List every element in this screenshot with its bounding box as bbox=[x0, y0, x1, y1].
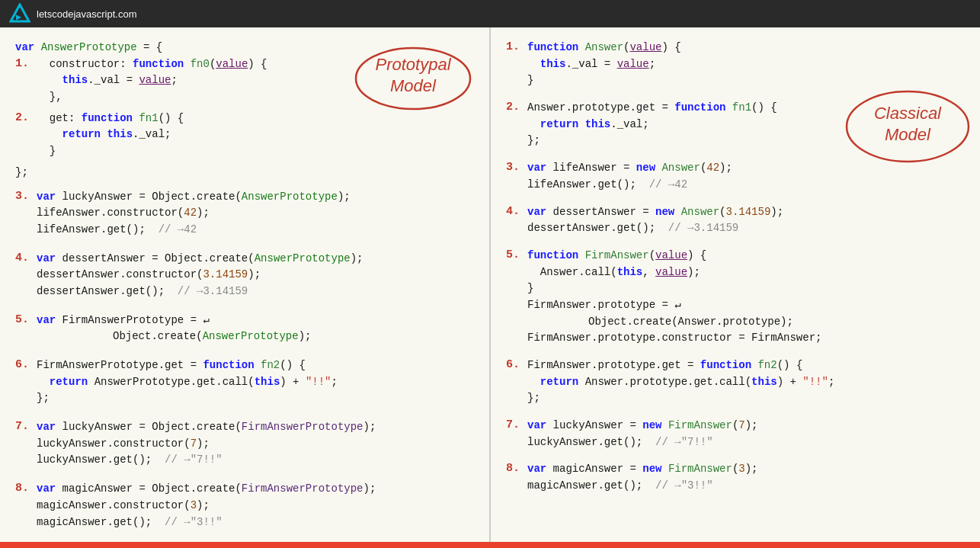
r-line-group-2: 2. Answer.prototype.get = function fn1()… bbox=[506, 100, 965, 149]
r-line-group-8: 8. var magicAnswer = new FirmAnswer(3); … bbox=[506, 461, 965, 494]
bottom-bar bbox=[0, 542, 980, 548]
line-group-7: 7. var luckyAnswer = Object.create(FirmA… bbox=[15, 419, 474, 469]
left-code-block: var AnswerPrototype = { 1. constructor: … bbox=[15, 40, 474, 530]
site-name: letscodejavascript.com bbox=[37, 8, 137, 20]
main-content: Prototypal Model var AnswerPrototype = {… bbox=[0, 27, 980, 542]
right-code-block: 1. function Answer(value) { this._val = … bbox=[506, 40, 965, 495]
line-group-3: 3. var luckyAnswer = Object.create(Answe… bbox=[15, 189, 474, 239]
header: ▶ letscodejavascript.com bbox=[0, 0, 980, 27]
r-line-group-6: 6. FirmAnswer.prototype.get = function f… bbox=[506, 357, 965, 407]
left-panel: Prototypal Model var AnswerPrototype = {… bbox=[0, 27, 491, 542]
r-line-group-3: 3. var lifeAnswer = new Answer(42); life… bbox=[506, 160, 965, 193]
r-line-group-4: 4. var dessertAnswer = new Answer(3.1415… bbox=[506, 204, 965, 237]
logo-icon: ▶ bbox=[9, 3, 30, 24]
line-group-2: 2. get: function fn1() { return this._va… bbox=[15, 111, 474, 160]
line-group-5: 5. var FirmAnswerPrototype = ↵ Object.cr… bbox=[15, 312, 474, 345]
line-group-4: 4. var dessertAnswer = Object.create(Ans… bbox=[15, 251, 474, 300]
svg-text:▶: ▶ bbox=[16, 12, 22, 23]
line-group-6: 6. FirmAnswerPrototype.get = function fn… bbox=[15, 357, 474, 407]
line-group-8: 8. var magicAnswer = Object.create(FirmA… bbox=[15, 481, 474, 530]
r-line-group-5: 5. function FirmAnswer(value) { Answer.c… bbox=[506, 248, 965, 347]
line-group-1: 1. constructor: function fn0(value) { th… bbox=[15, 56, 474, 106]
right-panel: Classical Model 1. function Answer(value… bbox=[491, 27, 980, 542]
r-line-group-1: 1. function Answer(value) { this._val = … bbox=[506, 40, 965, 89]
r-line-group-7: 7. var luckyAnswer = new FirmAnswer(7); … bbox=[506, 418, 965, 450]
